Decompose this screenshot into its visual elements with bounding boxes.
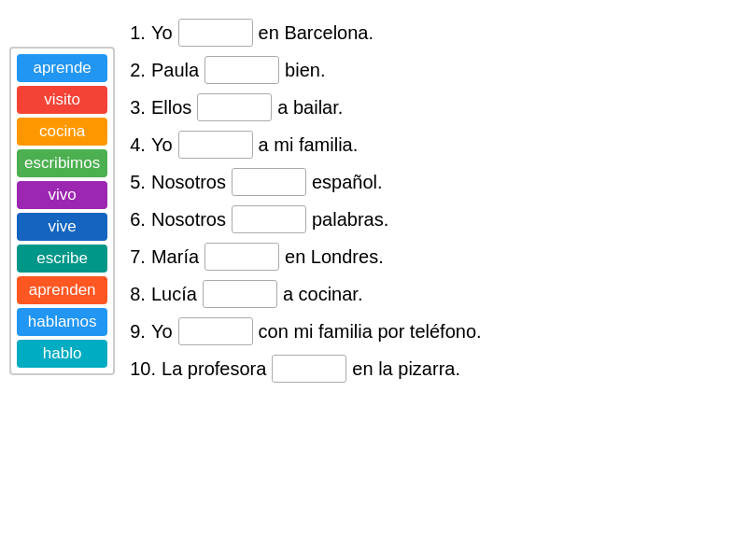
sentence-row-3: 3.Ellosa bailar.: [130, 93, 723, 121]
sentence-before-8: Lucía: [151, 284, 197, 305]
sentence-before-1: Yo: [151, 22, 173, 44]
sentence-after-7: en Londres.: [285, 246, 384, 268]
drop-box-10[interactable]: [272, 355, 346, 383]
sentence-before-10: La profesora: [162, 358, 266, 380]
sentence-before-2: Paula: [151, 60, 199, 81]
drop-box-7[interactable]: [204, 243, 279, 271]
sentence-num-7: 7.: [130, 246, 146, 268]
drop-box-3[interactable]: [197, 93, 272, 121]
word-tile-7[interactable]: aprenden: [17, 276, 107, 304]
word-tile-6[interactable]: escribe: [17, 245, 107, 273]
sentence-before-4: Yo: [151, 134, 173, 156]
sentence-before-7: María: [151, 246, 199, 268]
sentence-row-6: 6.Nosotrospalabras.: [130, 205, 723, 233]
sentence-row-7: 7.Maríaen Londres.: [130, 243, 723, 271]
drop-box-5[interactable]: [232, 168, 306, 196]
word-tile-1[interactable]: visito: [17, 86, 107, 114]
sentence-num-3: 3.: [130, 97, 146, 119]
sentence-before-3: Ellos: [151, 97, 191, 119]
sentence-row-10: 10.La profesoraen la pizarra.: [130, 355, 723, 383]
drop-box-6[interactable]: [232, 205, 306, 233]
sentence-row-9: 9.Yocon mi familia por teléfono.: [130, 317, 723, 345]
sentence-after-8: a cocinar.: [283, 284, 363, 305]
drop-box-1[interactable]: [178, 19, 253, 47]
word-tile-4[interactable]: vivo: [17, 181, 107, 209]
sentence-after-10: en la pizarra.: [352, 358, 460, 380]
word-tile-8[interactable]: hablamos: [17, 308, 107, 336]
sentence-row-1: 1.Yoen Barcelona.: [130, 19, 723, 47]
sentence-after-6: palabras.: [312, 209, 388, 231]
word-tile-3[interactable]: escribimos: [17, 149, 107, 177]
drop-box-9[interactable]: [178, 317, 253, 345]
sentence-num-2: 2.: [130, 60, 146, 81]
sentence-after-1: en Barcelona.: [259, 22, 374, 44]
sentence-row-4: 4.Yoa mi familia.: [130, 131, 723, 159]
sentence-after-5: español.: [312, 172, 383, 193]
drop-box-2[interactable]: [204, 56, 279, 84]
sentence-num-8: 8.: [130, 284, 146, 305]
sentence-before-5: Nosotros: [151, 172, 226, 193]
sentence-row-2: 2.Paulabien.: [130, 56, 723, 84]
word-tile-2[interactable]: cocina: [17, 118, 107, 146]
sentence-after-3: a bailar.: [277, 97, 343, 119]
word-tile-0[interactable]: aprende: [17, 54, 107, 82]
sentences-container: 1.Yoen Barcelona.2.Paulabien.3.Ellosa ba…: [115, 9, 738, 392]
sentence-row-8: 8.Lucíaa cocinar.: [130, 280, 723, 308]
word-bank: aprendevisitococinaescribimosvivoviveesc…: [9, 47, 115, 375]
sentence-before-9: Yo: [151, 321, 173, 343]
sentence-num-10: 10.: [130, 358, 156, 380]
sentence-after-4: a mi familia.: [259, 134, 359, 156]
sentence-after-9: con mi familia por teléfono.: [259, 321, 482, 343]
word-tile-5[interactable]: vive: [17, 213, 107, 241]
word-tile-9[interactable]: hablo: [17, 340, 107, 368]
sentence-num-6: 6.: [130, 209, 146, 231]
drop-box-4[interactable]: [178, 131, 253, 159]
sentence-before-6: Nosotros: [151, 209, 226, 231]
sentence-after-2: bien.: [285, 60, 325, 81]
sentence-num-9: 9.: [130, 321, 146, 343]
sentence-row-5: 5.Nosotrosespañol.: [130, 168, 723, 196]
sentence-num-1: 1.: [130, 22, 146, 44]
drop-box-8[interactable]: [203, 280, 277, 308]
sentence-num-4: 4.: [130, 134, 146, 156]
sentence-num-5: 5.: [130, 172, 146, 193]
